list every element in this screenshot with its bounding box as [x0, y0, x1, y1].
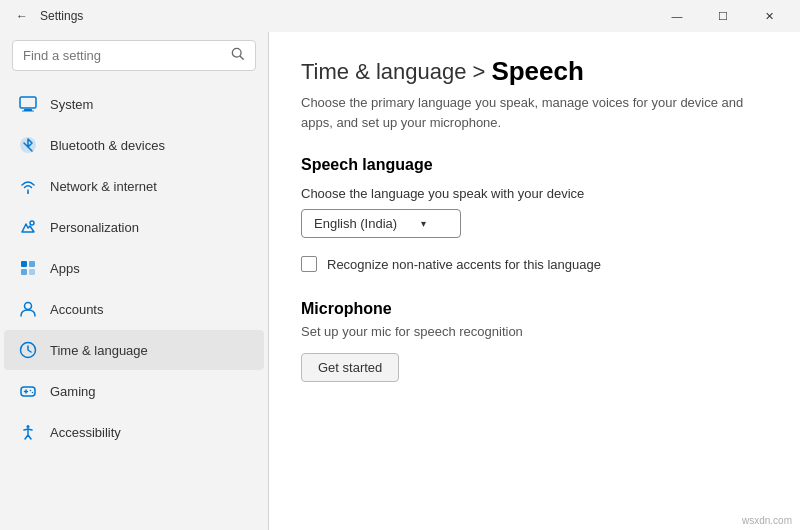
bluetooth-icon: [18, 135, 38, 155]
svg-point-19: [27, 425, 30, 428]
speech-language-section: Speech language Choose the language you …: [301, 156, 768, 272]
titlebar: ← Settings — ☐ ✕: [0, 0, 800, 32]
breadcrumb: Time & language > Speech: [301, 56, 768, 87]
svg-rect-2: [20, 97, 36, 108]
svg-rect-10: [21, 269, 27, 275]
close-icon: ✕: [765, 10, 774, 23]
personalization-icon: [18, 217, 38, 237]
sidebar-item-label: Personalization: [50, 220, 139, 235]
svg-point-6: [27, 192, 29, 194]
sidebar-item-time-language[interactable]: Time & language: [4, 330, 264, 370]
svg-rect-11: [29, 269, 35, 275]
svg-point-18: [32, 392, 34, 394]
sidebar-item-bluetooth[interactable]: Bluetooth & devices: [4, 125, 264, 165]
microphone-description: Set up your mic for speech recognition: [301, 324, 768, 339]
sidebar-item-personalization[interactable]: Personalization: [4, 207, 264, 247]
sidebar-item-apps[interactable]: Apps: [4, 248, 264, 288]
restore-button[interactable]: ☐: [700, 0, 746, 32]
svg-point-7: [30, 221, 34, 225]
sidebar-item-gaming[interactable]: Gaming: [4, 371, 264, 411]
page-title: Speech: [491, 56, 584, 87]
search-icon: [231, 47, 245, 64]
search-container: [0, 32, 268, 83]
sidebar-item-label: Gaming: [50, 384, 96, 399]
sidebar-item-system[interactable]: System: [4, 84, 264, 124]
svg-point-12: [25, 303, 32, 310]
sidebar-item-label: Time & language: [50, 343, 148, 358]
svg-line-1: [240, 56, 243, 59]
sidebar-item-accessibility[interactable]: Accessibility: [4, 412, 264, 452]
get-started-button[interactable]: Get started: [301, 353, 399, 382]
sidebar-item-label: Bluetooth & devices: [50, 138, 165, 153]
sidebar-item-label: Accounts: [50, 302, 103, 317]
accent-checkbox[interactable]: [301, 256, 317, 272]
nav-list: System Bluetooth & devices: [0, 83, 268, 453]
chevron-down-icon: ▾: [421, 218, 426, 229]
breadcrumb-parent[interactable]: Time & language: [301, 59, 467, 85]
sidebar-item-label: System: [50, 97, 93, 112]
svg-point-17: [30, 390, 32, 392]
titlebar-title: Settings: [40, 9, 654, 23]
minimize-button[interactable]: —: [654, 0, 700, 32]
microphone-title: Microphone: [301, 300, 768, 318]
page-description: Choose the primary language you speak, m…: [301, 93, 768, 132]
sidebar-item-label: Accessibility: [50, 425, 121, 440]
minimize-icon: —: [672, 10, 683, 22]
time-icon: [18, 340, 38, 360]
accessibility-icon: [18, 422, 38, 442]
back-button[interactable]: ←: [8, 2, 36, 30]
back-icon: ←: [16, 9, 28, 23]
language-dropdown-value: English (India): [314, 216, 397, 231]
sidebar-item-accounts[interactable]: Accounts: [4, 289, 264, 329]
accounts-icon: [18, 299, 38, 319]
search-input[interactable]: [23, 48, 223, 63]
sidebar-item-network[interactable]: Network & internet: [4, 166, 264, 206]
sidebar-item-label: Network & internet: [50, 179, 157, 194]
accent-checkbox-row: Recognize non-native accents for this la…: [301, 256, 768, 272]
search-box[interactable]: [12, 40, 256, 71]
language-dropdown[interactable]: English (India) ▾: [301, 209, 461, 238]
apps-icon: [18, 258, 38, 278]
speech-language-subtitle: Choose the language you speak with your …: [301, 186, 768, 201]
microphone-section: Microphone Set up your mic for speech re…: [301, 300, 768, 382]
svg-rect-9: [29, 261, 35, 267]
content-area: Time & language > Speech Choose the prim…: [269, 32, 800, 530]
breadcrumb-separator: >: [473, 59, 486, 85]
window-controls: — ☐ ✕: [654, 0, 792, 32]
sidebar: System Bluetooth & devices: [0, 32, 268, 530]
network-icon: [18, 176, 38, 196]
accent-checkbox-label: Recognize non-native accents for this la…: [327, 257, 601, 272]
svg-rect-8: [21, 261, 27, 267]
sidebar-item-label: Apps: [50, 261, 80, 276]
restore-icon: ☐: [718, 10, 728, 23]
main-layout: System Bluetooth & devices: [0, 32, 800, 530]
speech-language-title: Speech language: [301, 156, 768, 174]
system-icon: [18, 94, 38, 114]
svg-rect-4: [22, 111, 34, 112]
gaming-icon: [18, 381, 38, 401]
watermark: wsxdn.com: [742, 515, 792, 526]
close-button[interactable]: ✕: [746, 0, 792, 32]
